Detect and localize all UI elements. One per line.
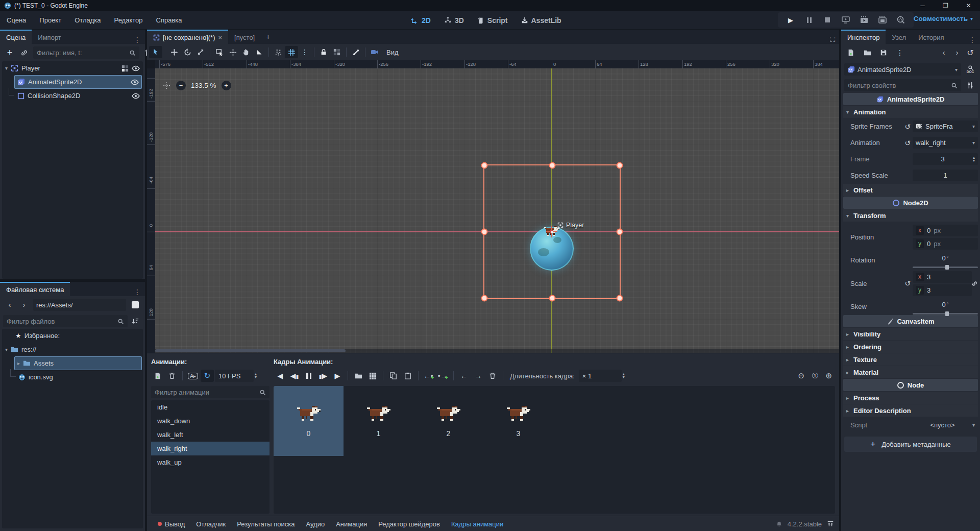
skew-slider[interactable] <box>913 313 978 315</box>
move-frame-left-button[interactable]: ← <box>457 370 471 382</box>
notification-bell-icon[interactable] <box>776 521 782 527</box>
snap-options-menu-icon[interactable]: ⋮ <box>298 46 311 58</box>
load-frames-button[interactable] <box>352 370 365 382</box>
resize-handle[interactable] <box>617 162 623 169</box>
frame-spinner[interactable]: ▴▾ <box>973 156 975 162</box>
collapse-arrow-icon[interactable]: ▾ <box>5 65 8 71</box>
play-button[interactable]: ▶ <box>784 14 797 26</box>
panel-animation[interactable]: Анимация <box>330 520 373 528</box>
ruler-tool-button[interactable] <box>253 46 266 58</box>
history-back-button[interactable]: ‹ <box>937 46 950 59</box>
open-docs-button[interactable]: DOC <box>964 63 977 76</box>
tab-history[interactable]: История <box>912 30 950 44</box>
resize-handle[interactable] <box>617 229 623 235</box>
frames-zoom-reset-icon[interactable]: ① <box>812 371 818 380</box>
fps-spinner[interactable]: ▴▾ <box>255 373 257 379</box>
pivot-tool-button[interactable] <box>226 46 239 58</box>
move-frame-right-button[interactable]: → <box>472 370 485 382</box>
menu-project[interactable]: Проект <box>33 16 68 24</box>
close-button[interactable]: ✕ <box>957 0 980 11</box>
fs-forward-button[interactable]: › <box>17 299 31 311</box>
workspace-3d-button[interactable]: 3D <box>444 16 464 25</box>
resource-menu-icon[interactable]: ⋮ <box>893 46 906 59</box>
play-frames-button[interactable]: ▶ <box>331 370 344 382</box>
animation-item-idle[interactable]: idle <box>151 400 270 414</box>
panel-shader-editor[interactable]: Редактор шейдеров <box>373 520 446 528</box>
node-selector[interactable]: AnimatedSprite2D ▾ <box>844 63 961 76</box>
scale-x-value[interactable]: x 3 <box>913 271 972 283</box>
delete-frame-button[interactable] <box>486 370 499 382</box>
frame-tile-0[interactable]: 0 <box>274 386 344 456</box>
view-menu[interactable]: Вид <box>381 49 404 56</box>
fs-row-assets[interactable]: ▸ Assets <box>14 356 142 370</box>
scene-dock-menu-icon[interactable]: ⋮ <box>130 36 145 44</box>
delete-animation-button[interactable] <box>165 370 179 382</box>
fs-back-button[interactable]: ‹ <box>3 299 16 311</box>
canvas-2d[interactable]: Player − 133.5 % + <box>155 68 839 353</box>
zoom-out-button[interactable]: − <box>176 81 186 90</box>
fs-filter-input[interactable] <box>7 315 115 327</box>
animation-item-walk-down[interactable]: walk_down <box>151 414 270 428</box>
section-editor-description[interactable]: ▸Editor Description <box>843 404 978 417</box>
workspace-script-button[interactable]: Script <box>477 16 508 25</box>
animation-item-walk-up[interactable]: walk_up <box>151 455 270 469</box>
revert-icon[interactable]: ↺ <box>904 279 911 287</box>
frame-tile-3[interactable]: 3 <box>483 386 553 456</box>
section-transform[interactable]: ▾Transform <box>843 209 978 222</box>
panel-sprite-frames[interactable]: Кадры анимации <box>446 520 509 528</box>
minimize-button[interactable]: ─ <box>911 0 934 11</box>
animation-item-walk-right[interactable]: walk_right <box>151 442 270 455</box>
edit-history-icon[interactable]: ↺ <box>964 46 977 59</box>
play-remote-button[interactable] <box>839 14 852 26</box>
autoplay-toggle-button[interactable]: A▸ <box>186 370 200 382</box>
list-select-button[interactable] <box>213 46 226 58</box>
play-backwards-button[interactable]: ◀ <box>274 370 287 382</box>
stop-button[interactable] <box>821 14 834 26</box>
tree-row-animatedsprite2d[interactable]: AnimatedSprite2D <box>14 75 142 89</box>
fs-split-mode-button[interactable] <box>129 299 142 311</box>
inspector-tools-icon[interactable] <box>964 79 977 91</box>
smart-snap-button[interactable] <box>272 46 285 58</box>
renderer-select[interactable]: Совместимость ▾ <box>914 15 973 22</box>
panel-audio[interactable]: Аудио <box>301 520 331 528</box>
section-visibility[interactable]: ▸Visibility <box>843 328 978 340</box>
grid-snap-button[interactable] <box>285 46 298 58</box>
position-y-value[interactable]: y 0 px <box>913 238 978 250</box>
rotation-slider[interactable] <box>913 267 978 268</box>
collapse-arrow-icon[interactable]: ▾ <box>5 347 8 352</box>
insert-frame-before-button[interactable]: ←•+ <box>422 370 435 382</box>
instance-scene-button[interactable] <box>17 46 31 59</box>
expand-bottom-panel-icon[interactable] <box>827 520 834 527</box>
zoom-in-button[interactable]: + <box>222 81 231 90</box>
script-value[interactable]: <пусто> ▾ <box>913 419 978 431</box>
position-x-value[interactable]: x 0 px <box>913 225 978 236</box>
tab-import[interactable]: Импорт <box>32 30 67 44</box>
scene-filter-input[interactable] <box>37 46 127 59</box>
frame-tile-2[interactable]: 2 <box>413 386 483 456</box>
select-tool-button[interactable] <box>149 46 162 58</box>
revert-icon[interactable]: ↺ <box>904 139 911 147</box>
resize-handle[interactable] <box>549 295 555 302</box>
menu-scene[interactable]: Сцена <box>0 16 33 24</box>
zoom-level[interactable]: 133.5 % <box>191 82 216 89</box>
panel-output[interactable]: Вывод <box>152 520 190 528</box>
menu-editor[interactable]: Редактор <box>108 16 150 24</box>
tree-row-player[interactable]: ▾ Player <box>2 61 143 75</box>
frame-tile-1[interactable]: 1 <box>344 386 413 456</box>
camera-override-button[interactable] <box>368 46 381 58</box>
tree-row-collisionshape2d[interactable]: CollisionShape2D <box>2 89 143 103</box>
tab-scene[interactable]: Сцена <box>0 30 32 44</box>
menu-help[interactable]: Справка <box>150 16 189 24</box>
add-node-button[interactable]: + <box>3 46 16 59</box>
node-groups-icon[interactable] <box>121 65 129 72</box>
scene-tab-unsaved[interactable]: [не сохранено](*) × <box>147 30 228 44</box>
group-selected-button[interactable] <box>330 46 344 58</box>
scale-tool-button[interactable] <box>194 46 207 58</box>
resize-handle[interactable] <box>617 295 623 302</box>
play-scene-button[interactable] <box>857 14 871 26</box>
scrollbar-thumb[interactable] <box>155 349 346 352</box>
new-resource-button[interactable] <box>844 46 857 59</box>
add-animation-button[interactable] <box>151 370 164 382</box>
insert-frame-after-button[interactable]: •→+ <box>436 370 450 382</box>
sprite-frames-value[interactable]: SpriteFra ▾ <box>913 120 978 132</box>
